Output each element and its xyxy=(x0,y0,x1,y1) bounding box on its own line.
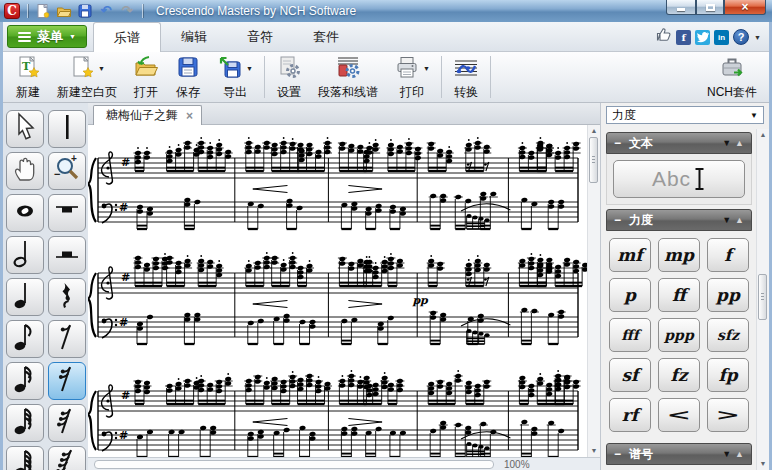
redo-arrow-icon[interactable]: ↷ xyxy=(119,3,135,19)
export-icon xyxy=(217,54,243,84)
toolbar-export-button[interactable]: ▼导出 xyxy=(209,53,261,102)
section-header-dynamics[interactable]: −力度▼▲ xyxy=(606,209,752,231)
whole-rest-tool[interactable] xyxy=(48,194,86,232)
dynamic-ppp-button[interactable]: ppp xyxy=(658,318,700,352)
scrollbar-thumb[interactable] xyxy=(758,274,767,320)
scrollbar-thumb[interactable] xyxy=(589,137,598,183)
ribbon-tab-音符[interactable]: 音符 xyxy=(227,22,293,51)
ribbon-tab-编辑[interactable]: 编辑 xyxy=(161,22,227,51)
dynamic-mf-button[interactable]: mf xyxy=(609,238,651,272)
text-tool-button[interactable]: Abc xyxy=(613,160,745,198)
thumbs-up-icon[interactable] xyxy=(656,26,672,46)
dynamic-fff-button[interactable]: fff xyxy=(609,318,651,352)
pan-tool[interactable] xyxy=(6,152,44,190)
twitter-icon[interactable] xyxy=(695,30,710,45)
collapse-icon[interactable]: − xyxy=(614,136,621,150)
facebook-icon[interactable]: f xyxy=(676,30,691,45)
dynamic-sf-button[interactable]: sf xyxy=(609,358,651,392)
toolbar-sections-staves-button[interactable]: 段落和线谱 xyxy=(310,53,386,102)
barline-tool[interactable] xyxy=(48,110,86,148)
chevron-down-icon[interactable]: ▼ xyxy=(98,65,105,72)
close-button[interactable]: × xyxy=(724,0,766,15)
open-folder-icon[interactable] xyxy=(56,3,72,19)
whole-note-tool[interactable] xyxy=(6,194,44,232)
dynamic-p-button[interactable]: p xyxy=(609,278,651,312)
sheet-music[interactable]: ####pp## xyxy=(88,125,587,457)
dynamic-f-button[interactable]: f xyxy=(707,238,749,272)
dynamic-pp-button[interactable]: pp xyxy=(707,278,749,312)
dynamic-fz-button[interactable]: fz xyxy=(658,358,700,392)
move-up-icon[interactable]: ▲ xyxy=(735,215,744,225)
scroll-up-icon[interactable]: ▲ xyxy=(591,127,598,135)
minimize-button[interactable] xyxy=(666,0,696,15)
sixtyfourth-note-tool[interactable] xyxy=(6,446,44,470)
sixteenth-rest-icon xyxy=(51,363,83,399)
menu-button-label: 菜单 xyxy=(37,28,63,46)
panel-vertical-scrollbar[interactable]: ▲ ▼ xyxy=(756,129,769,470)
sections-staves-icon xyxy=(335,54,361,84)
toolbar-open-file-button[interactable]: 打开 xyxy=(125,53,167,102)
ribbon-tab-套件[interactable]: 套件 xyxy=(293,22,359,51)
maximize-button[interactable] xyxy=(696,0,724,15)
dynamic-mp-button[interactable]: mp xyxy=(658,238,700,272)
hand-icon xyxy=(9,153,41,189)
menu-button[interactable]: 菜单 ▼ xyxy=(7,25,87,48)
dynamic-fp-button[interactable]: fp xyxy=(707,358,749,392)
collapse-icon[interactable]: − xyxy=(614,213,621,227)
toolbar-convert-button[interactable]: 转换 xyxy=(445,53,487,102)
dynamic-rf-button[interactable]: rf xyxy=(609,398,651,432)
new-doc-icon[interactable] xyxy=(35,3,51,19)
help-icon[interactable]: ? xyxy=(733,29,749,45)
document-tab[interactable]: 糖梅仙子之舞× xyxy=(93,105,202,125)
quarter-note-tool[interactable] xyxy=(6,278,44,316)
ribbon-tabs: 乐谱编辑音符套件 xyxy=(93,22,359,51)
sixtyfourth-rest-tool[interactable] xyxy=(48,446,86,470)
dynamic-decrescendo-button[interactable]: > xyxy=(707,398,749,432)
help-menu-caret[interactable]: ▼ xyxy=(754,34,761,41)
dynamic-crescendo-button[interactable]: < xyxy=(658,398,700,432)
main-toolbar: T新建▼新建空白页打开保存▼导出设置段落和线谱▼打印转换NCH套件 xyxy=(3,52,769,103)
zoom-tool[interactable]: +− xyxy=(48,152,86,190)
scroll-down-icon[interactable]: ▼ xyxy=(760,460,767,468)
toolbar-print-button[interactable]: ▼打印 xyxy=(386,53,438,102)
toolbar-new-blank-page-button[interactable]: ▼新建空白页 xyxy=(49,53,125,102)
scroll-down-icon[interactable]: ▼ xyxy=(591,447,598,455)
dynamic-sfz-button[interactable]: sfz xyxy=(707,318,749,352)
svg-text:pp: pp xyxy=(411,294,429,307)
move-down-icon[interactable]: ▼ xyxy=(722,138,731,148)
move-down-icon[interactable]: ▼ xyxy=(722,215,731,225)
barline-icon xyxy=(51,111,83,147)
chevron-down-icon[interactable]: ▼ xyxy=(423,65,430,72)
toolbar-settings-button[interactable]: 设置 xyxy=(268,53,310,102)
move-up-icon[interactable]: ▲ xyxy=(735,138,744,148)
ribbon-tab-乐谱[interactable]: 乐谱 xyxy=(93,22,161,52)
select-tool[interactable] xyxy=(6,110,44,148)
quarter-rest-tool[interactable] xyxy=(48,278,86,316)
undo-arrow-icon[interactable]: ↶ xyxy=(98,3,114,19)
chevron-down-icon[interactable]: ▼ xyxy=(246,65,253,72)
collapse-icon[interactable]: − xyxy=(614,447,621,461)
scroll-up-icon[interactable]: ▲ xyxy=(760,131,767,139)
eighth-note-tool[interactable] xyxy=(6,320,44,358)
section-header-text[interactable]: −文本▼▲ xyxy=(606,132,752,154)
linkedin-icon[interactable]: in xyxy=(714,30,729,45)
toolbar-new-score-button[interactable]: T新建 xyxy=(7,53,49,102)
sixteenth-note-tool[interactable] xyxy=(6,362,44,400)
palette-dropdown[interactable]: 力度 ▼ xyxy=(606,106,764,124)
half-note-tool[interactable] xyxy=(6,236,44,274)
dynamic-ff-button[interactable]: ff xyxy=(658,278,700,312)
score-vertical-scrollbar[interactable]: ▲ ▼ xyxy=(587,125,600,457)
save-floppy-icon[interactable] xyxy=(77,3,93,19)
close-tab-icon[interactable]: × xyxy=(186,109,193,123)
move-down-icon[interactable]: ▼ xyxy=(722,449,731,459)
eighth-rest-tool[interactable] xyxy=(48,320,86,358)
thirtysecond-note-tool[interactable] xyxy=(6,404,44,442)
thirtysecond-rest-tool[interactable] xyxy=(48,404,86,442)
move-up-icon[interactable]: ▲ xyxy=(735,449,744,459)
half-rest-tool[interactable] xyxy=(48,236,86,274)
horizontal-scrollbar[interactable] xyxy=(94,460,494,469)
toolbar-save-file-button[interactable]: 保存 xyxy=(167,53,209,102)
toolbar-nch-suite-button[interactable]: NCH套件 xyxy=(699,53,765,102)
section-header-clefs[interactable]: −谱号▼▲ xyxy=(606,443,752,465)
sixteenth-rest-tool[interactable] xyxy=(48,362,86,400)
